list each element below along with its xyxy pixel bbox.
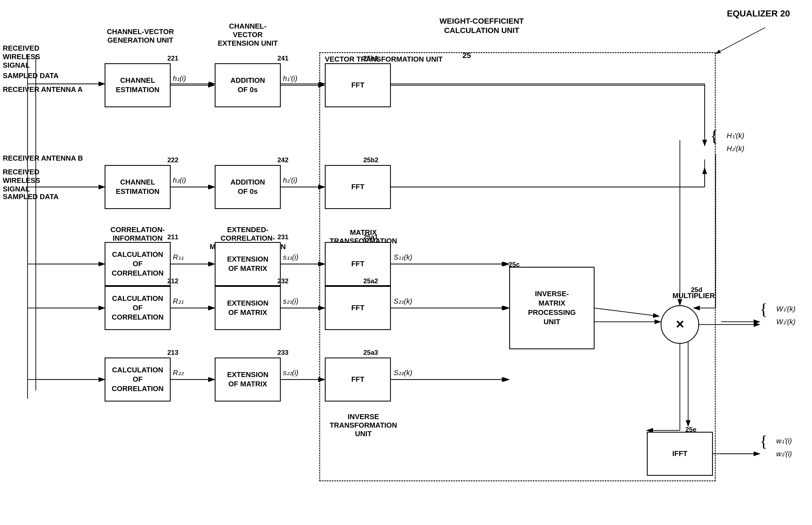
brace-wi: { bbox=[760, 432, 768, 451]
fft-25b2: FFT bbox=[325, 165, 391, 209]
ref-221: 221 bbox=[168, 55, 178, 62]
calc-corr-212: CALCULATIONOFCORRELATION bbox=[105, 286, 171, 330]
channel-vector-ext-label: CHANNEL-VECTOREXTENSION UNIT bbox=[209, 22, 286, 48]
ref-211: 211 bbox=[168, 233, 178, 241]
ref-25c: 25c bbox=[509, 261, 520, 269]
ref-231: 231 bbox=[277, 233, 289, 241]
inverse-transform-label: INVERSETRANSFORMATIONUNIT bbox=[325, 412, 402, 438]
channel-est-222: CHANNELESTIMATION bbox=[105, 165, 171, 209]
received-wireless-signal-b: RECEIVED WIRELESSSIGNAL bbox=[3, 168, 66, 194]
receiver-antenna-b: RECEIVER ANTENNA B bbox=[3, 154, 83, 163]
W1k-label: W₁'(k)W₂'(k) bbox=[776, 302, 796, 328]
h2i-label: h₂(i) bbox=[173, 176, 186, 184]
R11-label: R₁₁ bbox=[173, 253, 184, 261]
S22k-label: S₂₂(k) bbox=[394, 369, 412, 377]
addition-0s-242: ADDITIONOF 0s bbox=[215, 165, 281, 209]
fft-25b1: FFT bbox=[325, 63, 391, 107]
ifft-25e: IFFT bbox=[647, 432, 713, 476]
inverse-matrix-25c: INVERSE-MATRIXPROCESSINGUNIT bbox=[509, 267, 595, 349]
sampled-data-a: SAMPLED DATA bbox=[3, 72, 59, 80]
weight-coeff-label: WEIGHT-COEFFICIENT CALCULATION UNIT bbox=[430, 16, 534, 35]
ext-matrix-232: EXTENSIONOF MATRIX bbox=[215, 286, 281, 330]
ref-241: 241 bbox=[277, 55, 289, 62]
fft-25a1: FFT bbox=[325, 242, 391, 286]
brace-w: { bbox=[760, 300, 768, 319]
received-wireless-signal-a: RECEIVED WIRELESSSIGNAL bbox=[3, 44, 66, 70]
w1i-label: w₁'(i)w₂'(i) bbox=[776, 435, 792, 460]
S21k-label: S₂₁(k) bbox=[394, 297, 412, 305]
ref-213: 213 bbox=[168, 349, 178, 357]
equalizer-label: EQUALIZER 20 bbox=[727, 8, 790, 19]
ref-25a1: 25a1 bbox=[363, 233, 378, 241]
addition-0s-241: ADDITIONOF 0s bbox=[215, 63, 281, 107]
calc-corr-213: CALCULATIONOFCORRELATION bbox=[105, 358, 171, 402]
fft-25a3: FFT bbox=[325, 358, 391, 402]
ext-matrix-231: EXTENSIONOF MATRIX bbox=[215, 242, 281, 286]
ref-25a3: 25a3 bbox=[363, 349, 378, 357]
ref-232: 232 bbox=[277, 277, 289, 285]
ref-212: 212 bbox=[168, 277, 178, 285]
brace-h: { bbox=[710, 126, 718, 146]
ref-25: 25 bbox=[462, 51, 471, 60]
ref-25a2: 25a2 bbox=[363, 277, 378, 285]
ref-222: 222 bbox=[168, 156, 178, 164]
channel-est-221: CHANNELESTIMATION bbox=[105, 63, 171, 107]
receiver-antenna-a: RECEIVER ANTENNA A bbox=[3, 85, 83, 94]
channel-vector-gen-label: CHANNEL-VECTORGENERATION UNIT bbox=[102, 28, 179, 45]
H1k-label: H₁'(k)H₂'(k) bbox=[727, 129, 744, 155]
fft-25a2: FFT bbox=[325, 286, 391, 330]
s21i-label: s₂₁(i) bbox=[283, 297, 299, 305]
R22-label: R₂₂ bbox=[173, 369, 184, 377]
s22i-label: s₂₂(i) bbox=[283, 369, 299, 377]
h1pi-label: h₁'(i) bbox=[283, 74, 298, 83]
S11k-label: S₁₁(k) bbox=[394, 253, 412, 261]
ref-233: 233 bbox=[277, 349, 289, 357]
calc-corr-211: CALCULATIONOFCORRELATION bbox=[105, 242, 171, 286]
ext-matrix-233: EXTENSIONOF MATRIX bbox=[215, 358, 281, 402]
ref-242: 242 bbox=[277, 156, 289, 164]
R21-label: R₂₁ bbox=[173, 297, 184, 305]
sampled-data-b: SAMPLED DATA bbox=[3, 193, 59, 201]
diagram: EQUALIZER 20 WEIGHT-COEFFICIENT CALCULAT… bbox=[0, 0, 812, 525]
h2pi-label: h₂'(i) bbox=[283, 176, 298, 184]
ref-25b1: 25b1 bbox=[363, 55, 378, 62]
multiplier-25d: ✕ bbox=[661, 305, 699, 344]
ref-25e: 25e bbox=[685, 426, 696, 434]
ref-25d: 25d bbox=[691, 286, 702, 294]
svg-line-36 bbox=[716, 28, 765, 54]
ref-25b2: 25b2 bbox=[363, 156, 378, 164]
s11i-label: s₁₁(i) bbox=[283, 253, 299, 261]
h1i-label: h₁(i) bbox=[173, 74, 186, 83]
